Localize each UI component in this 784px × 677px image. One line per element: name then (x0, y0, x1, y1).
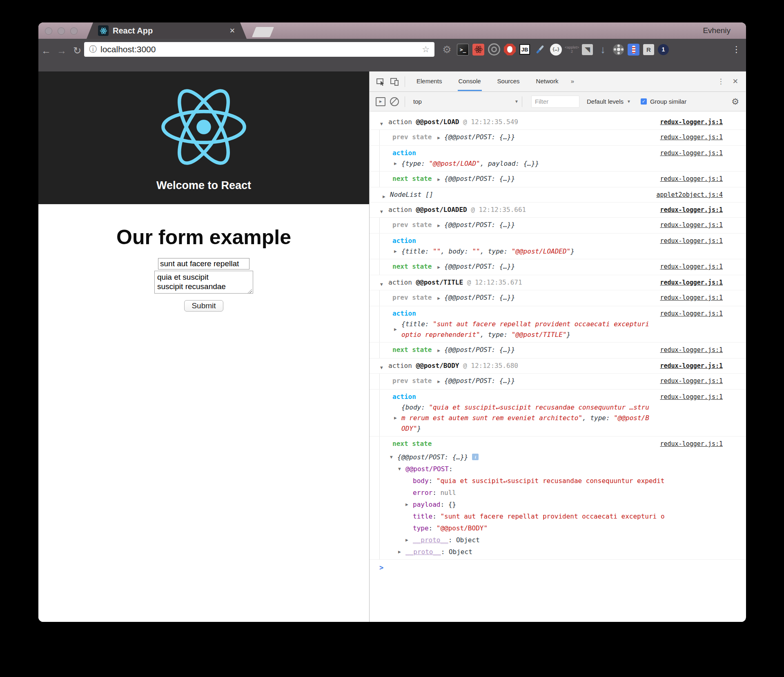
tab-sources[interactable]: Sources (497, 72, 521, 91)
devtools-close-icon[interactable]: ✕ (733, 77, 738, 86)
r-tool-extension-icon[interactable]: R (643, 44, 654, 55)
reload-icon[interactable]: ↻ (69, 45, 85, 56)
applet-extension-icon[interactable]: <applet>2 (566, 43, 578, 56)
source-link[interactable]: redux-logger.js:1 (660, 361, 723, 371)
console-settings-icon[interactable]: ⚙ (731, 97, 742, 107)
devtools-controls: ⋮ ✕ (717, 77, 742, 86)
window-content: Welcome to React Our form example quia e… (38, 71, 746, 622)
expand-caret-icon[interactable]: ▶ (437, 296, 440, 301)
body-textarea[interactable]: quia et suscipit suscipit recusandae (154, 271, 253, 294)
collapse-caret-icon[interactable]: ▼ (398, 463, 401, 475)
collapse-caret-icon[interactable]: ▼ (380, 119, 383, 129)
console-state-row: next stateredux-logger.js:1 (370, 436, 746, 451)
expand-caret-icon[interactable]: ▶ (437, 135, 440, 140)
source-link[interactable]: redux-logger.js:1 (660, 117, 723, 127)
expand-caret-icon[interactable]: ▶ (437, 177, 440, 182)
lighthouse-extension-icon[interactable] (628, 44, 639, 56)
group-similar-checkbox[interactable]: ✓ (641, 98, 647, 105)
context-selector[interactable]: top ▼ (413, 98, 519, 105)
collapse-caret-icon[interactable]: ▼ (380, 363, 383, 373)
expand-caret-icon[interactable]: ▶ (405, 534, 408, 546)
expand-caret-icon[interactable]: ▶ (394, 413, 397, 423)
react-devtools-extension-icon[interactable] (472, 44, 484, 56)
expand-caret-icon[interactable]: ▶ (437, 379, 440, 384)
source-link[interactable]: redux-logger.js:1 (660, 308, 723, 319)
tab-network[interactable]: Network (535, 72, 559, 91)
settings-extension-icon[interactable]: ⚙ (441, 43, 453, 56)
url-text[interactable]: localhost:3000 (100, 45, 422, 54)
filter-input[interactable] (531, 96, 579, 108)
expand-caret-icon[interactable]: ▶ (405, 499, 408, 510)
source-link[interactable]: redux-logger.js:1 (660, 277, 723, 288)
braces-extension-icon[interactable]: {…} (550, 44, 562, 56)
source-link[interactable]: applet2object.js:4 (656, 189, 723, 200)
console-state-row: prev state▶{@@post/POST: {…}}redux-logge… (370, 130, 746, 146)
jetbrains-extension-icon[interactable]: JB (519, 44, 530, 55)
badge-one-extension-icon[interactable]: 1 (658, 44, 669, 55)
terminal-extension-icon[interactable]: >_ (457, 44, 469, 56)
tab-close-icon[interactable]: ✕ (229, 27, 235, 35)
source-link[interactable]: redux-logger.js:1 (660, 220, 723, 230)
source-link[interactable]: redux-logger.js:1 (660, 439, 723, 449)
tab-console[interactable]: Console (458, 72, 482, 91)
source-link[interactable]: redux-logger.js:1 (660, 392, 723, 402)
nav-buttons: ← → ↻ (38, 41, 85, 60)
react-page: Welcome to React Our form example quia e… (38, 71, 369, 622)
expand-caret-icon[interactable]: ▶ (394, 158, 397, 169)
forward-icon[interactable]: → (54, 45, 69, 56)
source-link[interactable]: redux-logger.js:1 (660, 174, 723, 184)
expand-caret-icon[interactable]: ▶ (394, 324, 397, 335)
object-tree-row: type: "@@post/BODY" (370, 522, 746, 534)
source-link[interactable]: redux-logger.js:1 (660, 345, 723, 355)
source-link[interactable]: redux-logger.js:1 (660, 205, 723, 215)
clear-console-icon[interactable] (388, 96, 401, 108)
console-sidebar-icon[interactable]: ▶ (374, 96, 388, 108)
eyedropper-extension-icon[interactable] (534, 43, 546, 56)
download-extension-icon[interactable]: ↓ (597, 43, 609, 56)
react-favicon-icon (98, 25, 109, 36)
browser-tab[interactable]: React App ✕ (87, 22, 247, 39)
source-link[interactable]: redux-logger.js:1 (660, 148, 723, 158)
console-group-header: ▼action @@post/TITLE @ 12:12:35.671redux… (370, 275, 746, 290)
log-levels-selector[interactable]: Default levels ▼ (587, 98, 631, 105)
cast-extension-icon[interactable]: ◥ (582, 44, 593, 55)
new-tab-button[interactable] (252, 27, 274, 37)
expand-caret-icon[interactable]: ▶ (398, 546, 401, 558)
more-tabs-icon[interactable]: » (570, 72, 575, 91)
expand-caret-icon[interactable]: ▶ (437, 223, 440, 228)
back-icon[interactable]: ← (38, 45, 54, 56)
expand-caret-icon[interactable]: ▶ (394, 246, 397, 257)
console-action-row: action▶{title: "sunt aut facere repellat… (370, 306, 746, 343)
info-badge-icon[interactable]: i (472, 454, 479, 460)
window-close-button[interactable] (45, 27, 52, 35)
page-info-icon[interactable]: ⓘ (89, 44, 97, 55)
chevron-down-icon: ▼ (514, 99, 519, 104)
console-prompt[interactable]: > (370, 560, 746, 574)
collapse-caret-icon[interactable]: ▼ (380, 207, 383, 217)
source-link[interactable]: redux-logger.js:1 (660, 261, 723, 272)
tab-elements[interactable]: Elements (416, 72, 443, 91)
title-input[interactable] (158, 258, 249, 269)
expand-caret-icon[interactable]: ▶ (383, 192, 385, 202)
submit-button[interactable]: Submit (184, 300, 223, 312)
device-toolbar-icon[interactable] (388, 76, 401, 88)
inspect-element-icon[interactable] (374, 76, 388, 88)
console-state-row: next state▶{@@post/POST: {…}}redux-logge… (370, 259, 746, 275)
devtools-menu-icon[interactable]: ⋮ (717, 77, 724, 86)
source-link[interactable]: redux-logger.js:1 (660, 132, 723, 143)
source-link[interactable]: redux-logger.js:1 (660, 236, 723, 246)
film-reel-extension-icon[interactable] (613, 44, 624, 55)
collapse-caret-icon[interactable]: ▼ (380, 279, 383, 290)
bookmark-star-icon[interactable]: ☆ (422, 45, 430, 54)
address-bar[interactable]: ⓘ localhost:3000 ☆ (84, 42, 434, 57)
collapse-caret-icon[interactable]: ▼ (390, 451, 393, 463)
source-link[interactable]: redux-logger.js:1 (660, 292, 723, 303)
expand-caret-icon[interactable]: ▶ (437, 265, 440, 270)
source-link[interactable]: redux-logger.js:1 (660, 376, 723, 386)
window-zoom-button[interactable] (70, 27, 78, 35)
browser-menu-icon[interactable]: ⋮ (732, 45, 741, 54)
rings-extension-icon[interactable] (488, 43, 500, 56)
window-minimize-button[interactable] (58, 27, 65, 35)
expand-caret-icon[interactable]: ▶ (437, 348, 440, 353)
adblock-extension-icon[interactable] (504, 44, 516, 56)
